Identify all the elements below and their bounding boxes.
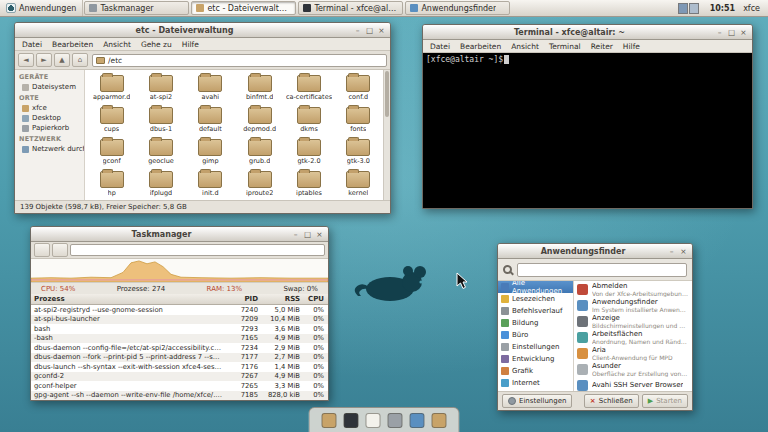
folder-item[interactable]: iptables: [284, 168, 333, 200]
folder-item[interactable]: iproute2: [235, 168, 284, 200]
category-item[interactable]: Büro: [498, 329, 573, 341]
maximize-button[interactable]: □: [726, 27, 737, 38]
folder-item[interactable]: gtk-3.0: [334, 136, 383, 168]
menu-item[interactable]: Bearbeiten: [47, 40, 98, 49]
menu-item[interactable]: Hilfe: [618, 42, 645, 51]
folder-item[interactable]: apparmor.d: [87, 72, 136, 104]
minimize-button[interactable]: –: [352, 25, 363, 36]
menu-item[interactable]: Ansicht: [506, 42, 544, 51]
taskmanager-titlebar[interactable]: Taskmanager – □ ×: [31, 227, 328, 242]
menu-item[interactable]: Bearbeiten: [455, 42, 506, 51]
file-manager-titlebar[interactable]: etc - Dateiverwaltung – □ ×: [15, 23, 390, 38]
menu-item[interactable]: Hilfe: [177, 40, 204, 49]
panel-task-button[interactable]: Taskmanager: [84, 1, 189, 15]
up-icon[interactable]: ▲: [54, 53, 70, 67]
vertical-scrollbar[interactable]: [383, 70, 390, 200]
dock-item-file-manager[interactable]: [432, 413, 447, 428]
folder-item[interactable]: init.d: [186, 168, 235, 200]
sidebar-item[interactable]: Papierkorb: [15, 123, 84, 133]
app-item[interactable]: AnzeigeBildschirmeinstellungen und An...: [574, 313, 692, 329]
terminal-titlebar[interactable]: Terminal - xfce@altair: ~ – □ ×: [423, 25, 752, 40]
folder-item[interactable]: geoclue: [136, 136, 185, 168]
folder-item[interactable]: dbus-1: [136, 104, 185, 136]
dock-item-terminal[interactable]: [344, 413, 359, 428]
workspace-2[interactable]: [689, 3, 699, 14]
minimize-button[interactable]: –: [714, 27, 725, 38]
category-item[interactable]: Entwicklung: [498, 353, 573, 365]
filter-input[interactable]: [70, 244, 325, 256]
sidebar-item[interactable]: Desktop: [15, 113, 84, 123]
app-item[interactable]: ArbeitsflächenAnordnung, Namen und Rände…: [574, 329, 692, 345]
appfinder-titlebar[interactable]: Anwendungsfinder – ×: [498, 244, 692, 259]
process-row[interactable]: dbus-launch --sh-syntax --exit-with-sess…: [31, 362, 328, 372]
dock-item-settings[interactable]: [388, 413, 403, 428]
folder-item[interactable]: gconf: [87, 136, 136, 168]
panel-task-button[interactable]: Anwendungsfinder: [405, 1, 510, 15]
workspace-1[interactable]: [678, 3, 688, 14]
category-item[interactable]: Alle Anwendungen: [498, 281, 573, 293]
menu-item[interactable]: Datei: [17, 40, 47, 49]
column-header[interactable]: RSS: [258, 295, 300, 303]
dock-item-application-finder[interactable]: [410, 413, 425, 428]
path-entry[interactable]: /etc: [92, 54, 387, 67]
forward-icon[interactable]: ►: [36, 53, 52, 67]
minimize-button[interactable]: –: [290, 229, 301, 240]
process-row[interactable]: gconf-helper72653,3 MiB0%: [31, 381, 328, 391]
folder-item[interactable]: grub.d: [235, 136, 284, 168]
app-item[interactable]: AsunderOberfläche zur Erstellung von A..…: [574, 361, 692, 377]
maximize-button[interactable]: □: [364, 25, 375, 36]
folder-item[interactable]: dkms: [284, 104, 333, 136]
folder-item[interactable]: at-spi2: [136, 72, 185, 104]
app-item[interactable]: AbmeldenVon der Xfce-Arbeitsumgebung ...: [574, 281, 692, 297]
panel-task-button[interactable]: Terminal - xfce@altair:~: [298, 1, 403, 15]
menu-item[interactable]: Terminal: [544, 42, 586, 51]
applications-menu-button[interactable]: Anwendungen: [0, 0, 83, 16]
process-row[interactable]: dbus-daemon --fork --print-pid 5 --print…: [31, 353, 328, 363]
view-options-icon[interactable]: [34, 243, 50, 257]
app-item[interactable]: Avahi SSH Server Browser: [574, 377, 692, 391]
folder-item[interactable]: kernel: [334, 168, 383, 200]
close-button[interactable]: ×: [678, 246, 689, 257]
search-input[interactable]: [517, 263, 687, 277]
process-row[interactable]: bash72933,6 MiB0%: [31, 324, 328, 334]
menu-item[interactable]: Reiter: [586, 42, 618, 51]
category-item[interactable]: Internet: [498, 377, 573, 389]
category-item[interactable]: Grafik: [498, 365, 573, 377]
close-appfinder-button[interactable]: × Schließen: [584, 394, 639, 408]
app-item[interactable]: AnwendungsfinderIm System installierte A…: [574, 297, 692, 313]
back-icon[interactable]: ◄: [18, 53, 34, 67]
sidebar-item[interactable]: xfce: [15, 103, 84, 113]
folder-item[interactable]: gtk-2.0: [284, 136, 333, 168]
column-header[interactable]: Prozess: [31, 295, 226, 303]
close-button[interactable]: ×: [738, 27, 749, 38]
minimize-button[interactable]: –: [666, 246, 677, 257]
folder-item[interactable]: depmod.d: [235, 104, 284, 136]
folder-item[interactable]: ca-certificates: [284, 72, 333, 104]
column-header[interactable]: PID: [226, 295, 258, 303]
refresh-icon[interactable]: [52, 243, 68, 257]
folder-item[interactable]: binfmt.d: [235, 72, 284, 104]
category-item[interactable]: Befehlsverlauf: [498, 305, 573, 317]
process-row[interactable]: gpg-agent --sh --daemon --write-env-file…: [31, 391, 328, 401]
home-icon[interactable]: ⌂: [72, 53, 88, 67]
column-header[interactable]: CPU: [300, 295, 328, 303]
category-item[interactable]: Einstellungen: [498, 341, 573, 353]
scrollbar-thumb[interactable]: [385, 71, 389, 117]
panel-task-button[interactable]: etc - Dateiverwaltung: [191, 1, 296, 15]
folder-item[interactable]: gimp: [186, 136, 235, 168]
folder-item[interactable]: default: [186, 104, 235, 136]
dock-item-file-cabinet[interactable]: [322, 413, 337, 428]
folder-item[interactable]: avahi: [186, 72, 235, 104]
sidebar-item[interactable]: Netzwerk durch...: [15, 144, 84, 154]
menu-item[interactable]: Gehe zu: [136, 40, 177, 49]
preferences-button[interactable]: Einstellungen: [502, 394, 572, 408]
close-button[interactable]: ×: [314, 229, 325, 240]
folder-item[interactable]: conf.d: [334, 72, 383, 104]
maximize-button[interactable]: □: [302, 229, 313, 240]
sidebar-item[interactable]: Dateisystem: [15, 82, 84, 92]
process-row[interactable]: dbus-daemon --config-file=/etc/at-spi2/a…: [31, 343, 328, 353]
process-row[interactable]: -bash71654,9 MiB0%: [31, 334, 328, 344]
menu-item[interactable]: Datei: [425, 42, 455, 51]
terminal-content[interactable]: [xfce@altair ~]$: [423, 53, 752, 208]
app-item[interactable]: AriaClient-Anwendung für MPD: [574, 345, 692, 361]
